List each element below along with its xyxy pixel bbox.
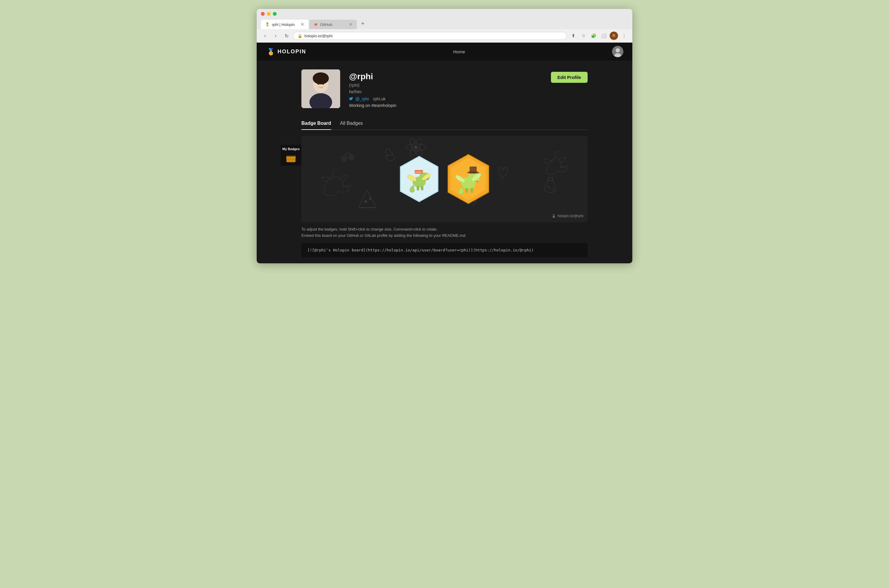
twitter-text: @_rphi [355, 96, 369, 101]
badge-1-hex: EARLY [398, 155, 440, 203]
svg-rect-13 [286, 156, 296, 157]
share-button[interactable]: ⬆ [569, 32, 578, 40]
svg-point-10 [322, 83, 324, 85]
svg-text:EARLY: EARLY [415, 171, 423, 173]
badges-container: EARLY [301, 136, 588, 222]
browser-titlebar: 🏅 rphi | Holopin ✕ 🐙 GitHub ✕ + [257, 9, 632, 29]
address-text: holopin.io/@rphi [304, 34, 332, 38]
nav-links: Home [453, 49, 465, 54]
svg-rect-46 [465, 188, 468, 193]
active-tab[interactable]: 🏅 rphi | Holopin ✕ [261, 20, 308, 29]
close-dot[interactable] [261, 12, 265, 16]
svg-rect-34 [421, 186, 423, 190]
instructions: To adjust the badges, hold Shift+click t… [301, 226, 588, 239]
badge-2[interactable] [446, 153, 491, 205]
badge-2-hex [446, 153, 491, 205]
browser-window: 🏅 rphi | Holopin ✕ 🐙 GitHub ✕ + ‹ › ↻ 🔒 … [257, 9, 632, 263]
minimize-dot[interactable] [267, 12, 271, 16]
watermark-text: holopin.io/@rphi [558, 214, 584, 218]
tabs-row: Badge Board All Badges [301, 117, 588, 130]
site-logo-text: HOLOPIN [278, 48, 306, 55]
tab-label-2: GitHub [320, 22, 332, 27]
profile-section: @rphi (rphi) he/him @_rphi rphi.uk Worki… [295, 60, 594, 263]
profile-avatar [301, 69, 340, 108]
tab-close-2[interactable]: ✕ [349, 22, 353, 27]
lock-icon: 🔒 [298, 34, 302, 38]
embed-code-text: [![@rphi's Holopin board](https://holopi… [307, 248, 534, 252]
tab-label-1: rphi | Holopin [272, 22, 295, 27]
svg-rect-16 [286, 159, 296, 159]
nav-user-avatar[interactable] [612, 46, 623, 57]
extensions-button[interactable]: 🧩 [590, 32, 598, 40]
website-link[interactable]: rphi.uk [373, 96, 385, 101]
back-button[interactable]: ‹ [261, 32, 269, 40]
tab-badge-board[interactable]: Badge Board [301, 117, 331, 130]
watermark-icon: 🏅 [552, 214, 556, 218]
chest-icon [286, 153, 296, 163]
svg-point-8 [313, 72, 329, 84]
avatar-image [612, 46, 623, 57]
profile-pronouns: he/him [349, 89, 542, 94]
browser-user-avatar[interactable]: R [610, 32, 618, 40]
embed-code-box[interactable]: [![@rphi's Holopin board](https://holopi… [301, 243, 588, 257]
sidebar-toggle[interactable]: ⬜ [600, 32, 608, 40]
menu-button[interactable]: ⋮ [620, 32, 628, 40]
nav-home[interactable]: Home [453, 49, 465, 54]
svg-point-9 [317, 83, 319, 85]
browser-toolbar: ‹ › ↻ 🔒 holopin.io/@rphi ⬆ ☆ 🧩 ⬜ R ⋮ [257, 29, 632, 43]
site-nav: 🏅 HOLOPIN Home [257, 43, 632, 60]
edit-profile-button[interactable]: Edit Profile [551, 72, 588, 83]
profile-username: @rphi [349, 72, 542, 81]
profile-photo [301, 69, 340, 108]
holopin-logo-icon: 🏅 [266, 47, 275, 56]
badge-board-canvas: EARLY [301, 136, 588, 222]
profile-info: @rphi (rphi) he/him @_rphi rphi.uk Worki… [349, 69, 542, 108]
my-badges-sidebar[interactable]: My Badges [281, 145, 301, 166]
twitter-handle[interactable]: @_rphi [349, 96, 369, 101]
bookmark-button[interactable]: ☆ [579, 32, 588, 40]
profile-bio: Working on #teamholopin [349, 103, 542, 108]
board-watermark: 🏅 holopin.io/@rphi [552, 214, 584, 218]
profile-handle: (rphi) [349, 82, 542, 88]
svg-text:🏅: 🏅 [267, 48, 275, 56]
maximize-dot[interactable] [273, 12, 277, 16]
site-logo: 🏅 HOLOPIN [266, 47, 306, 56]
instruction-line1: To adjust the badges, hold Shift+click t… [301, 226, 588, 232]
instruction-line2: Embed this board on your GitHub or GitLa… [301, 232, 588, 239]
tab-all-badges[interactable]: All Badges [340, 117, 363, 130]
badge-area-wrapper: My Badges [301, 136, 588, 257]
svg-point-3 [616, 48, 620, 52]
my-badges-label: My Badges [282, 147, 299, 151]
badge-1[interactable]: EARLY [398, 155, 440, 203]
window-controls [261, 12, 628, 16]
tab-close-1[interactable]: ✕ [301, 22, 304, 27]
profile-header: @rphi (rphi) he/him @_rphi rphi.uk Worki… [301, 69, 588, 108]
svg-rect-33 [417, 186, 419, 190]
toolbar-actions: ⬆ ☆ 🧩 ⬜ R ⋮ [569, 32, 628, 40]
new-tab-button[interactable]: + [358, 18, 368, 29]
address-bar[interactable]: 🔒 holopin.io/@rphi [293, 32, 567, 40]
profile-socials: @_rphi rphi.uk [349, 96, 542, 101]
tab-favicon-2: 🐙 [313, 22, 318, 27]
browser-tabs: 🏅 rphi | Holopin ✕ 🐙 GitHub ✕ + [261, 18, 628, 29]
svg-rect-45 [469, 172, 477, 173]
svg-rect-47 [471, 188, 473, 193]
reload-button[interactable]: ↻ [282, 32, 291, 40]
inactive-tab[interactable]: 🐙 GitHub ✕ [309, 20, 357, 29]
page-content: 🏅 HOLOPIN Home [257, 43, 632, 263]
forward-button[interactable]: › [272, 32, 280, 40]
tab-favicon-1: 🏅 [265, 22, 270, 27]
